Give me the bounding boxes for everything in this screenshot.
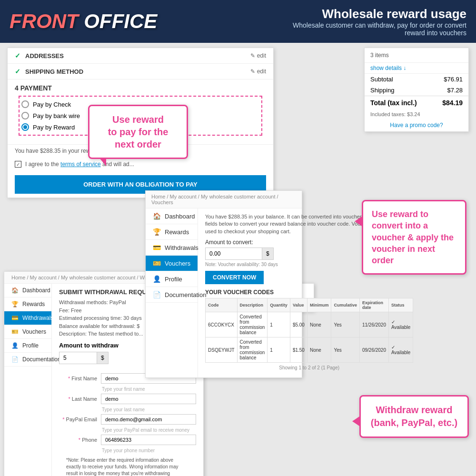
withdrawals-icon: 💳 (153, 244, 161, 251)
nav-profile-label: Profile (165, 276, 182, 283)
pay-reward-label: Pay by Reward (33, 124, 75, 131)
v1-quantity: 1 (268, 312, 290, 337)
first-name-placeholder: Type your first name (102, 387, 196, 392)
tos-link[interactable]: terms of service (60, 161, 101, 168)
show-details-link[interactable]: show details ↓ (365, 63, 468, 74)
addresses-edit[interactable]: edit (250, 52, 266, 59)
w-vouch-label: Vouchers (22, 328, 46, 335)
account-layout: 🏠 Dashboard 🏆 Rewards 💳 Withdrawals 🎫 Vo… (146, 208, 302, 377)
nav-dashboard[interactable]: 🏠 Dashboard (146, 208, 198, 224)
w-nav-docs[interactable]: 📄 Documentation (4, 353, 51, 367)
v2-status: ✓ Available (388, 337, 413, 363)
v2-code: DSQEYWJT (206, 337, 238, 363)
header-right: Wholesale reward usage Wholesale custome… (286, 7, 466, 37)
subtotal-row: Subtotal $76.91 (365, 74, 468, 85)
total-value: $84.19 (442, 99, 463, 107)
w-nav-withdrawals[interactable]: 💳 Withdrawals (4, 311, 51, 325)
summary-items: 3 items (365, 48, 468, 63)
shipping-section: ✓ SHIPPING METHOD edit (8, 64, 273, 79)
order-summary-panel: 3 items show details ↓ Subtotal $76.91 S… (364, 48, 469, 132)
v1-minimum: None (307, 312, 331, 337)
v2-description: Converted from commission balance (237, 337, 268, 363)
w-nav-profile[interactable]: 👤 Profile (4, 339, 51, 353)
voucher-codes-title: YOUR VOUCHER CODES (205, 289, 413, 296)
nav-vouchers[interactable]: 🎫 Vouchers (146, 256, 198, 271)
withdrawal-warning: *Note: Please enter the required informa… (59, 455, 196, 476)
page-title: Wholesale reward usage (286, 7, 466, 21)
email-row: PayPal Email (59, 414, 196, 425)
callout-line2: to pay for the next order (108, 127, 169, 149)
callout-convert-voucher: Use reward to convert into a voucher & a… (362, 200, 466, 275)
pay-check-radio[interactable] (21, 100, 29, 108)
col-description: Description (237, 298, 268, 312)
v1-status: ✓ Available (388, 312, 413, 337)
last-name-input[interactable] (101, 394, 196, 404)
voucher-row-1: 6CCOKYCX Converted from commission balan… (206, 312, 413, 337)
addresses-check: ✓ (15, 52, 20, 60)
addresses-label: ADDRESSES (25, 52, 64, 60)
callout-withdraw-reward: Withdraw reward (bank, PayPal, etc.) (359, 395, 469, 438)
callout-use-reward: Use reward to pay for the next order (88, 105, 188, 159)
email-input[interactable] (101, 414, 196, 425)
payment-number: 4 (15, 84, 19, 92)
phone-input[interactable] (101, 435, 196, 445)
v2-expiration: 09/26/2020 (359, 337, 388, 363)
col-status: Status (388, 298, 413, 312)
v2-value: $1.50 (290, 337, 307, 363)
currency-badge: $ (262, 248, 274, 260)
v1-description: Converted from commission balance (237, 312, 268, 337)
phone-label: Phone (59, 437, 97, 443)
w-nav-rewards[interactable]: 🏆 Rewards (4, 298, 51, 311)
page-subtitle: Wholesale customer can withdraw, pay for… (286, 21, 466, 37)
nav-rewards[interactable]: 🏆 Rewards (146, 224, 198, 240)
pay-bank-radio[interactable] (21, 112, 29, 119)
shipping-edit[interactable]: edit (250, 68, 266, 75)
col-minimum: Minimum (307, 298, 331, 312)
account-nav: 🏠 Dashboard 🏆 Rewards 💳 Withdrawals 🎫 Vo… (146, 208, 198, 377)
w-nav-vouchers[interactable]: 🎫 Vouchers (4, 325, 51, 339)
last-name-label: Last Name (59, 396, 97, 402)
v2-minimum: None (307, 337, 331, 363)
w-dash-label: Dashboard (22, 287, 50, 294)
w-dash-icon: 🏠 (11, 287, 19, 294)
col-code: Code (206, 298, 238, 312)
tos-row: ✓ I agree to the terms of service and wi… (8, 157, 273, 171)
v1-value: $5.00 (290, 312, 307, 337)
tos-text: I agree to the terms of service and will… (25, 161, 134, 168)
phone-row: Phone (59, 435, 196, 445)
email-placeholder: Type your PayPal email to receive money (102, 427, 196, 433)
payment-label: PAYMENT (20, 84, 52, 92)
callout-withdraw-text: Withdraw reward (bank, PayPal, etc.) (371, 405, 457, 428)
nav-docs[interactable]: 📄 Documentation (146, 287, 198, 303)
col-expiration: Expiration date (359, 298, 388, 312)
last-name-placeholder: Type your last name (102, 407, 196, 412)
showing-text: Showing 1 to 2 of 2 (1 Page) (205, 363, 413, 373)
convert-now-button[interactable]: CONVERT NOW (205, 271, 264, 284)
v1-expiration: 11/26/2020 (359, 312, 388, 337)
subtotal-label: Subtotal (370, 76, 393, 83)
tax-text: Included taxes: $3.24 (365, 109, 468, 119)
nav-withdrawals[interactable]: 💳 Withdrawals (146, 240, 198, 256)
nav-profile[interactable]: 👤 Profile (146, 271, 198, 287)
voucher-table: Code Description Quantity Value Minimum … (205, 298, 413, 363)
col-quantity: Quantity (268, 298, 290, 312)
subtotal-value: $76.91 (444, 76, 463, 83)
tos-checkbox[interactable]: ✓ (15, 161, 21, 168)
w-nav-dashboard[interactable]: 🏠 Dashboard (4, 284, 51, 298)
pay-reward-radio[interactable] (21, 123, 29, 131)
total-label: Total (tax incl.) (370, 99, 417, 107)
w-with-label: Withdrawals (22, 315, 53, 321)
shipping-label: Shipping (370, 87, 395, 94)
profile-icon: 👤 (153, 275, 161, 283)
w-with-icon: 💳 (11, 315, 19, 321)
app-title: FRONT OFFICE (10, 10, 157, 33)
w-currency-badge: $ (97, 352, 109, 364)
amount-input[interactable] (205, 248, 262, 260)
withdraw-amount-input[interactable] (59, 352, 97, 364)
rewards-icon: 🏆 (153, 228, 161, 236)
w-vouch-icon: 🎫 (11, 328, 19, 335)
callout-convert-text: Use reward to convert into a voucher & a… (372, 209, 454, 265)
promo-link[interactable]: Have a promo code? (365, 119, 468, 131)
w-rewards-label: Rewards (22, 301, 45, 307)
col-value: Value (290, 298, 307, 312)
